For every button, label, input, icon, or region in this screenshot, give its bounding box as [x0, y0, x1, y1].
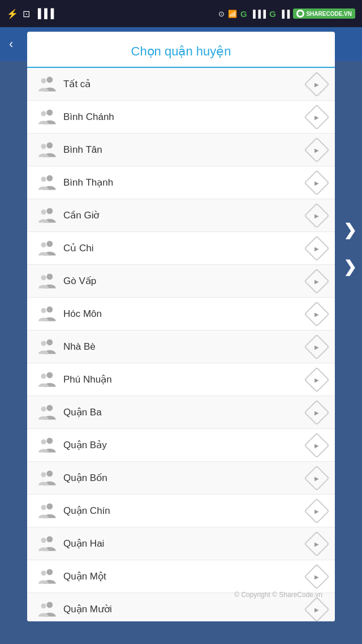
- district-name: Phú Nhuận: [61, 373, 308, 385]
- svg-point-5: [41, 144, 46, 149]
- list-item[interactable]: Bình Chánh: [27, 101, 335, 134]
- photo-icon: ⊡: [23, 8, 30, 19]
- item-arrow-icon: [304, 203, 329, 228]
- people-icon: [36, 400, 61, 425]
- list-item[interactable]: Tất cả: [27, 68, 335, 101]
- sharecode-text: SHARECODE.VN: [306, 11, 352, 17]
- svg-point-0: [46, 76, 53, 83]
- sharecode-badge: SHARECODE.VN: [293, 8, 355, 19]
- list-item[interactable]: Hóc Môn: [27, 298, 335, 330]
- svg-point-19: [41, 373, 46, 379]
- list-item[interactable]: Nhà Bè: [27, 330, 335, 363]
- watermark: © Copyright © ShareCode.vn: [234, 591, 322, 599]
- signal-icon-2: ▐▐: [279, 10, 290, 18]
- district-dialog: Chọn quận huyện Tất cả Bình Chánh: [27, 32, 335, 621]
- sharecode-dot: [296, 10, 304, 18]
- svg-point-15: [41, 308, 46, 313]
- people-icon: [36, 531, 61, 556]
- people-icon: [36, 203, 61, 228]
- item-arrow-icon: [304, 400, 329, 425]
- district-name: Hóc Môn: [61, 308, 308, 320]
- svg-point-32: [46, 602, 53, 608]
- back-button[interactable]: ‹: [9, 37, 13, 51]
- district-name: Bình Thạnh: [61, 177, 308, 188]
- svg-point-13: [41, 275, 46, 280]
- people-icon: [36, 302, 61, 327]
- people-icon: [36, 72, 61, 97]
- item-arrow-icon: [304, 268, 329, 294]
- list-item[interactable]: Quận Bảy: [27, 429, 335, 462]
- signal-icon-1: ▐▐▐: [251, 10, 266, 18]
- svg-point-29: [41, 538, 46, 543]
- people-icon: [36, 170, 61, 195]
- item-arrow-icon: [304, 235, 329, 261]
- svg-point-30: [46, 569, 53, 575]
- item-arrow-icon: [304, 71, 329, 97]
- menu-icon: ▐▐▐: [35, 8, 54, 19]
- svg-point-2: [46, 109, 53, 115]
- list-item[interactable]: Gò Vấp: [27, 265, 335, 298]
- svg-point-16: [46, 339, 53, 345]
- item-arrow-icon: [304, 367, 329, 392]
- district-name: Bình Chánh: [61, 111, 308, 123]
- list-item[interactable]: Quận Hai: [27, 527, 335, 560]
- list-item[interactable]: Quận Ba: [27, 396, 335, 429]
- people-icon: [36, 269, 61, 294]
- list-item[interactable]: Cần Giờ: [27, 199, 335, 232]
- district-list[interactable]: Tất cả Bình Chánh Bình Tân Bình Thạnh: [27, 68, 335, 621]
- people-icon: [36, 499, 61, 523]
- list-item[interactable]: Quận Bốn: [27, 462, 335, 495]
- svg-point-24: [46, 470, 53, 476]
- svg-point-27: [41, 505, 46, 510]
- svg-point-10: [46, 241, 53, 247]
- district-name: Tất cả: [61, 78, 308, 90]
- district-name: Quận Mười: [61, 603, 308, 615]
- item-arrow-icon: [304, 531, 329, 556]
- svg-point-8: [46, 208, 53, 214]
- people-icon: [36, 138, 61, 162]
- people-icon: [36, 466, 61, 491]
- item-arrow-icon: [304, 596, 329, 621]
- list-item[interactable]: Quận Một: [27, 560, 335, 593]
- svg-point-26: [46, 503, 53, 509]
- usb-icon: ⚡: [7, 8, 18, 19]
- district-name: Quận Chín: [61, 505, 308, 517]
- bg-chevron-2: ❯: [343, 257, 356, 276]
- wifi-icon: 📶: [228, 10, 237, 18]
- people-icon: [36, 433, 61, 458]
- svg-point-11: [41, 242, 46, 247]
- people-icon: [36, 236, 61, 261]
- list-item[interactable]: Phú Nhuận: [27, 363, 335, 396]
- svg-point-12: [46, 273, 53, 280]
- item-arrow-icon: [304, 170, 329, 195]
- clock-icon: ⊙: [218, 10, 225, 18]
- svg-point-9: [41, 209, 46, 214]
- svg-point-18: [46, 372, 53, 378]
- list-item[interactable]: Bình Tân: [27, 134, 335, 166]
- district-name: Cần Giờ: [61, 209, 308, 221]
- status-bar: ⚡ ⊡ ▐▐▐ ⊙ 📶 G ▐▐▐ G ▐▐ SHARECODE.VN: [0, 0, 362, 27]
- district-name: Củ Chi: [61, 242, 308, 254]
- svg-point-31: [41, 570, 46, 576]
- item-arrow-icon: [304, 465, 329, 491]
- list-item[interactable]: Bình Thạnh: [27, 166, 335, 199]
- item-arrow-icon: [304, 334, 329, 359]
- item-arrow-icon: [304, 564, 329, 589]
- svg-point-33: [41, 603, 46, 608]
- g-icon-2: G: [269, 9, 276, 19]
- svg-point-3: [41, 111, 46, 116]
- item-arrow-icon: [304, 432, 329, 458]
- status-right-icons: ⊙ 📶 G ▐▐▐ G ▐▐ SHARECODE.VN: [218, 8, 355, 19]
- svg-point-28: [46, 536, 53, 542]
- svg-point-21: [41, 406, 46, 411]
- g-icon-1: G: [240, 9, 247, 19]
- item-arrow-icon: [304, 104, 329, 130]
- svg-point-23: [41, 439, 46, 444]
- list-item[interactable]: Củ Chi: [27, 232, 335, 265]
- svg-point-6: [46, 175, 53, 181]
- item-arrow-icon: [304, 301, 329, 327]
- people-icon: [36, 564, 61, 589]
- list-item[interactable]: Quận Chín: [27, 495, 335, 527]
- district-name: Quận Bốn: [61, 472, 308, 484]
- district-name: Nhà Bè: [61, 341, 308, 353]
